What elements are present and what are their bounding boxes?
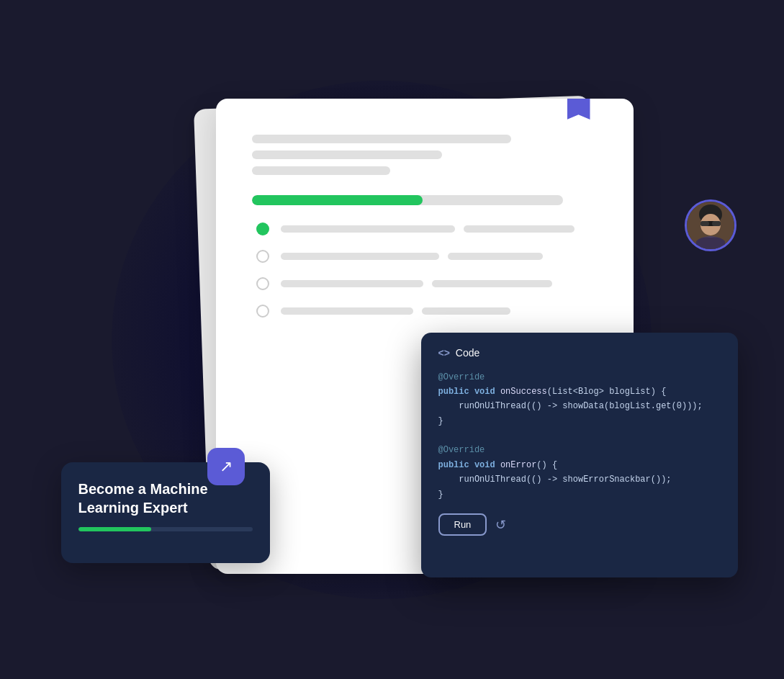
timeline-dot-2 bbox=[256, 250, 269, 263]
code-line-4: } bbox=[438, 414, 721, 428]
tl-bar-4a bbox=[281, 307, 414, 315]
timeline-row-3-lines bbox=[281, 280, 598, 287]
code-footer: Run ↺ bbox=[438, 513, 721, 536]
tl-bar-3a bbox=[281, 280, 423, 287]
code-line-2: public void onSuccess(List<Blog> blogLis… bbox=[438, 385, 721, 399]
tl-bar-1b bbox=[464, 225, 575, 233]
tl-bar-3b bbox=[432, 280, 552, 287]
timeline-row-1-lines bbox=[281, 225, 598, 233]
code-body: @Override public void onSuccess(List<Blo… bbox=[438, 370, 721, 503]
code-header: <> Code bbox=[438, 347, 721, 359]
avatar-image bbox=[687, 202, 734, 249]
timeline-row-3 bbox=[252, 280, 598, 287]
reset-icon[interactable]: ↺ bbox=[495, 517, 506, 533]
code-line-7: runOnUiThread(() -> showErrorSnackbar())… bbox=[438, 472, 721, 487]
timeline-dot-4 bbox=[256, 305, 269, 318]
avatar bbox=[685, 199, 736, 251]
content-line-2 bbox=[252, 150, 442, 159]
timeline-row-1 bbox=[252, 225, 598, 233]
code-line-8: } bbox=[438, 487, 721, 502]
code-line-5: @Override bbox=[438, 443, 721, 457]
content-lines-top bbox=[252, 135, 598, 175]
timeline-dot-1 bbox=[256, 222, 269, 235]
code-line-1: @Override bbox=[438, 370, 721, 385]
timeline-row-4 bbox=[252, 307, 598, 315]
progress-section bbox=[252, 195, 598, 205]
content-line-1 bbox=[252, 135, 511, 143]
code-line-3: runOnUiThread(() -> showData(blogList.ge… bbox=[438, 399, 721, 413]
bookmark-icon bbox=[567, 99, 590, 125]
timeline bbox=[252, 225, 598, 315]
tl-bar-4b bbox=[422, 307, 510, 315]
trend-icon: ↗ bbox=[220, 457, 233, 476]
timeline-row-2 bbox=[252, 253, 598, 260]
code-line-blank bbox=[438, 428, 721, 443]
code-line-6: public void onError() { bbox=[438, 458, 721, 472]
ml-progress-fill bbox=[78, 527, 152, 531]
svg-rect-5 bbox=[712, 221, 721, 226]
timeline-dot-3 bbox=[256, 277, 269, 290]
progress-fill bbox=[252, 195, 423, 205]
code-brackets-icon: <> bbox=[438, 347, 450, 359]
ml-card: ↗ Become a Machine Learning Expert bbox=[61, 462, 270, 563]
timeline-row-2-lines bbox=[281, 253, 598, 260]
content-line-3 bbox=[252, 166, 390, 175]
ml-progress-track bbox=[78, 527, 253, 531]
progress-track bbox=[252, 195, 563, 205]
scene: <> Code @Override public void onSuccess(… bbox=[68, 59, 716, 621]
timeline-row-4-lines bbox=[281, 307, 598, 315]
svg-rect-4 bbox=[700, 221, 709, 226]
trend-badge: ↗ bbox=[207, 448, 245, 485]
run-button[interactable]: Run bbox=[438, 513, 487, 536]
tl-bar-2b bbox=[448, 253, 543, 260]
tl-bar-2a bbox=[281, 253, 439, 260]
code-panel: <> Code @Override public void onSuccess(… bbox=[421, 333, 738, 577]
tl-bar-1a bbox=[281, 225, 455, 233]
code-panel-title: Code bbox=[456, 347, 479, 359]
